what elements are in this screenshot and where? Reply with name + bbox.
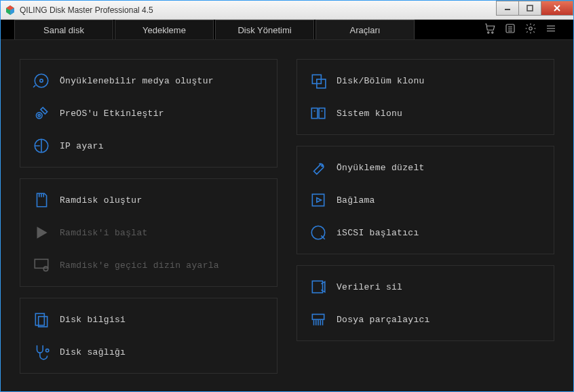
svg-point-37 bbox=[322, 165, 323, 166]
svg-rect-42 bbox=[312, 314, 324, 319]
migrate-icon bbox=[309, 104, 327, 122]
item-label: Disk sağlığı bbox=[60, 347, 126, 357]
monitor-gear-icon bbox=[33, 256, 50, 274]
left-column: Önyüklenebilir medya oluştur PreOS'u Etk… bbox=[20, 59, 278, 372]
app-window: QILING Disk Master Professional 4.5 Sana… bbox=[0, 0, 574, 392]
sdcard-icon bbox=[33, 191, 50, 209]
item-label: Disk/Bölüm klonu bbox=[337, 76, 425, 86]
item-wipe-data[interactable]: Verileri sil bbox=[309, 278, 541, 296]
item-disk-info[interactable]: Disk bilgisi bbox=[33, 311, 265, 328]
item-system-clone[interactable]: Sistem klonu bbox=[309, 104, 541, 122]
tab-sanal-disk[interactable]: Sanal disk bbox=[14, 20, 113, 39]
panel-erase: Verileri sil Dosya parçalayıcı bbox=[296, 265, 554, 341]
disc-icon bbox=[33, 72, 50, 90]
item-boot-fix[interactable]: Önyükleme düzelt bbox=[309, 159, 541, 176]
svg-rect-28 bbox=[35, 313, 44, 325]
item-label: Ramdisk'i başlat bbox=[60, 228, 148, 238]
svg-point-20 bbox=[38, 115, 40, 117]
item-label: iSCSI başlatıcı bbox=[337, 228, 419, 238]
panel-boot-mount: Önyükleme düzelt Bağlama iSCSI başlatıcı bbox=[296, 146, 554, 254]
item-disk-clone[interactable]: Disk/Bölüm klonu bbox=[309, 72, 541, 90]
svg-rect-33 bbox=[311, 108, 318, 118]
item-file-shredder[interactable]: Dosya parçalayıcı bbox=[309, 311, 541, 328]
erase-icon bbox=[309, 278, 327, 296]
item-preos[interactable]: PreOS'u Etkinleştir bbox=[33, 104, 265, 122]
item-label: PreOS'u Etkinleştir bbox=[60, 109, 164, 119]
item-ramdisk-create[interactable]: Ramdisk oluştur bbox=[33, 191, 265, 209]
svg-point-19 bbox=[36, 113, 42, 119]
svg-rect-4 bbox=[527, 5, 533, 11]
item-label: Ramdisk'e geçici dizin ayarla bbox=[60, 260, 219, 271]
disk-info-icon bbox=[33, 311, 50, 328]
item-label: IP ayarı bbox=[60, 141, 104, 151]
stethoscope-icon bbox=[33, 343, 50, 361]
cart-icon[interactable] bbox=[484, 22, 496, 37]
window-controls bbox=[497, 1, 573, 19]
svg-point-13 bbox=[529, 26, 533, 30]
item-label: Önyükleme düzelt bbox=[337, 163, 425, 173]
panel-disk-info: Disk bilgisi Disk sağlığı bbox=[20, 298, 278, 374]
item-label: Sistem klonu bbox=[337, 109, 402, 119]
tab-yedekleme[interactable]: Yedekleme bbox=[115, 20, 214, 39]
item-mount[interactable]: Bağlama bbox=[309, 191, 541, 209]
gear-wrench-icon bbox=[33, 104, 50, 122]
app-icon bbox=[5, 5, 16, 16]
svg-point-30 bbox=[46, 349, 49, 352]
panel-boot-tools: Önyüklenebilir medya oluştur PreOS'u Etk… bbox=[20, 59, 278, 168]
item-label: Önyüklenebilir medya oluştur bbox=[60, 76, 214, 86]
item-label: Dosya parçalayıcı bbox=[337, 315, 430, 325]
tabbar: Sanal disk Yedekleme Disk Yönetimi Araçl… bbox=[1, 20, 573, 40]
network-icon bbox=[33, 137, 50, 155]
play-icon bbox=[33, 224, 50, 241]
svg-point-17 bbox=[35, 74, 48, 87]
item-bootable-media[interactable]: Önyüklenebilir medya oluştur bbox=[33, 72, 265, 90]
menu-icon[interactable] bbox=[545, 22, 557, 37]
svg-rect-41 bbox=[312, 281, 322, 292]
titlebar[interactable]: QILING Disk Master Professional 4.5 bbox=[1, 1, 573, 20]
item-ramdisk-start: Ramdisk'i başlat bbox=[33, 224, 265, 241]
item-ramdisk-tempdir: Ramdisk'e geçici dizin ayarla bbox=[33, 256, 265, 274]
svg-rect-34 bbox=[319, 108, 325, 118]
tab-disk-yonetimi[interactable]: Disk Yönetimi bbox=[215, 20, 314, 39]
svg-point-18 bbox=[40, 79, 43, 82]
item-disk-health[interactable]: Disk sağlığı bbox=[33, 343, 265, 361]
svg-marker-39 bbox=[317, 198, 322, 203]
mount-icon bbox=[309, 191, 327, 209]
svg-marker-25 bbox=[37, 227, 47, 238]
list-icon[interactable] bbox=[504, 22, 516, 37]
gear-icon[interactable] bbox=[524, 22, 537, 37]
panel-ramdisk: Ramdisk oluştur Ramdisk'i başlat Ramdisk… bbox=[20, 178, 278, 287]
content: Önyüklenebilir medya oluştur PreOS'u Etk… bbox=[1, 40, 573, 391]
iscsi-icon bbox=[309, 224, 327, 241]
svg-point-8 bbox=[492, 31, 493, 33]
maximize-button[interactable] bbox=[518, 1, 541, 16]
shredder-icon bbox=[309, 311, 327, 328]
svg-point-27 bbox=[43, 267, 48, 271]
clone-icon bbox=[309, 72, 327, 90]
tab-araclari[interactable]: Araçları bbox=[315, 20, 415, 39]
item-ip-settings[interactable]: IP ayarı bbox=[33, 137, 265, 155]
panel-clone: Disk/Bölüm klonu Sistem klonu bbox=[296, 59, 554, 135]
minimize-button[interactable] bbox=[496, 1, 519, 16]
right-column: Disk/Bölüm klonu Sistem klonu Önyükleme … bbox=[296, 59, 554, 372]
window-title: QILING Disk Master Professional 4.5 bbox=[20, 5, 497, 15]
item-label: Ramdisk oluştur bbox=[60, 195, 142, 205]
svg-point-7 bbox=[488, 31, 489, 33]
close-button[interactable] bbox=[541, 1, 573, 16]
item-label: Verileri sil bbox=[337, 282, 402, 292]
item-label: Bağlama bbox=[337, 195, 375, 205]
item-label: Disk bilgisi bbox=[60, 315, 126, 325]
item-iscsi[interactable]: iSCSI başlatıcı bbox=[309, 224, 541, 241]
wrench-icon bbox=[309, 159, 327, 176]
